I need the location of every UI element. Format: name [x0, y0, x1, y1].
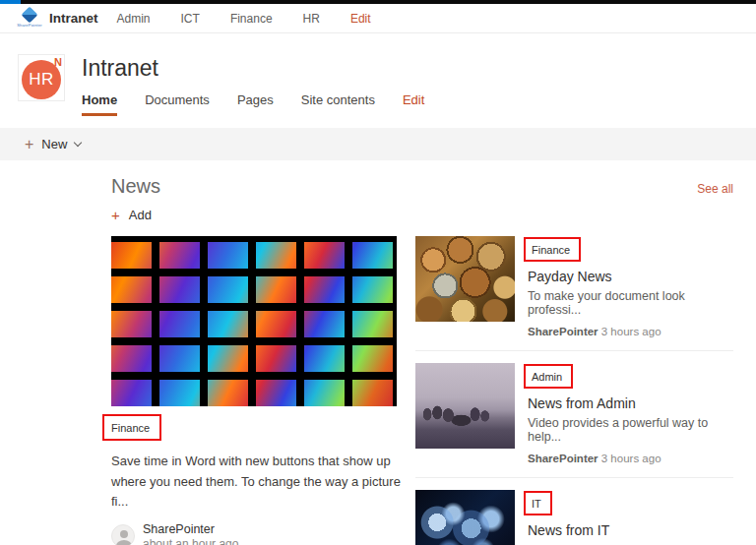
site-logo[interactable]: HR N	[18, 54, 65, 101]
suite-site-title[interactable]: Intranet	[49, 11, 98, 26]
page-title[interactable]: Intranet	[82, 55, 452, 82]
sharepointer-diamond-icon	[22, 7, 38, 24]
news-item-admin: Admin News from Admin Video provides a p…	[415, 363, 733, 478]
site-nav: Home Documents Pages Site contents Edit	[82, 92, 452, 116]
hero-byline: SharePointer about an hour ago	[111, 522, 397, 545]
chevron-down-icon	[74, 139, 82, 147]
news-item-author: SharePointer	[528, 326, 598, 337]
category-annotation-box: Finance	[524, 237, 581, 262]
news-item-author: SharePointer	[528, 453, 598, 464]
command-bar: + New	[0, 128, 756, 160]
avatar-person-icon	[116, 540, 132, 545]
author-avatar	[111, 524, 135, 545]
news-item-byline: SharePointer 3 hours ago	[528, 326, 733, 337]
see-all-link[interactable]: See all	[697, 182, 733, 196]
suite-logo[interactable]: SharePointer	[17, 9, 42, 28]
tab-documents[interactable]: Documents	[145, 92, 210, 116]
news-item-title[interactable]: Payday News	[528, 269, 733, 284]
news-side-list: Finance Payday News To make your documen…	[415, 236, 733, 545]
suite-nav: Admin ICT Finance HR Edit	[117, 12, 402, 26]
new-button[interactable]: + New	[25, 136, 81, 153]
hero-news-article: Finance Save time in Word with new butto…	[111, 236, 397, 545]
hero-author: SharePointer	[143, 522, 238, 536]
news-item-title[interactable]: News from IT	[528, 522, 733, 538]
avatar-person-icon	[120, 530, 128, 538]
world-map-photo[interactable]	[415, 490, 515, 545]
add-button-label: Add	[129, 208, 152, 222]
hero-timestamp: about an hour ago	[143, 537, 238, 545]
news-item-byline: SharePointer 3 hours ago	[528, 453, 733, 464]
category-annotation-box: Admin	[524, 364, 573, 389]
suite-bar: SharePointer Intranet Admin ICT Finance …	[0, 4, 756, 33]
hero-category-annotation-box: Finance	[102, 414, 161, 441]
suite-nav-admin[interactable]: Admin	[117, 12, 151, 26]
suite-nav-ict[interactable]: ICT	[181, 12, 200, 26]
tab-edit[interactable]: Edit	[403, 92, 424, 116]
category-label: Admin	[532, 371, 562, 383]
hero-news-image[interactable]	[111, 236, 397, 406]
suite-brand-label: SharePointer	[17, 23, 42, 28]
coins-photo[interactable]	[415, 236, 515, 322]
news-section-title: News	[111, 175, 160, 198]
hero-category-label: Finance	[111, 422, 150, 434]
add-news-button[interactable]: + Add	[111, 207, 733, 223]
add-plus-icon: +	[111, 207, 120, 223]
news-webpart: News See all + Add Finance Save time in …	[0, 175, 756, 545]
news-item-description: Video provides a powerful way to help...	[528, 416, 733, 444]
suite-nav-finance[interactable]: Finance	[230, 12, 273, 26]
category-annotation-box: IT	[524, 491, 552, 515]
news-item-timestamp: 3 hours ago	[601, 326, 662, 337]
tab-site-contents[interactable]: Site contents	[301, 92, 375, 116]
top-strip-blue-segment	[0, 0, 21, 4]
suite-nav-hr[interactable]: HR	[303, 12, 320, 26]
hero-description[interactable]: Save time in Word with new buttons that …	[111, 452, 414, 513]
tab-home[interactable]: Home	[82, 92, 117, 116]
category-label: IT	[532, 498, 541, 510]
site-header: HR N Intranet Home Documents Pages Site …	[0, 33, 756, 128]
news-item-it: IT News from IT Themes and styles also h…	[415, 490, 733, 545]
people-on-beach-photo[interactable]	[415, 363, 515, 449]
tab-pages[interactable]: Pages	[237, 92, 274, 116]
news-item-payday: Finance Payday News To make your documen…	[415, 236, 733, 351]
suite-nav-edit[interactable]: Edit	[350, 12, 371, 26]
news-item-description: To make your document look professi...	[528, 289, 733, 317]
logo-n-badge: N	[54, 56, 62, 68]
new-button-label: New	[41, 137, 67, 151]
plus-icon: +	[25, 136, 33, 153]
news-item-title[interactable]: News from Admin	[528, 395, 733, 411]
category-label: Finance	[532, 244, 570, 256]
browser-top-strip	[0, 0, 756, 4]
news-item-timestamp: 3 hours ago	[601, 453, 662, 464]
